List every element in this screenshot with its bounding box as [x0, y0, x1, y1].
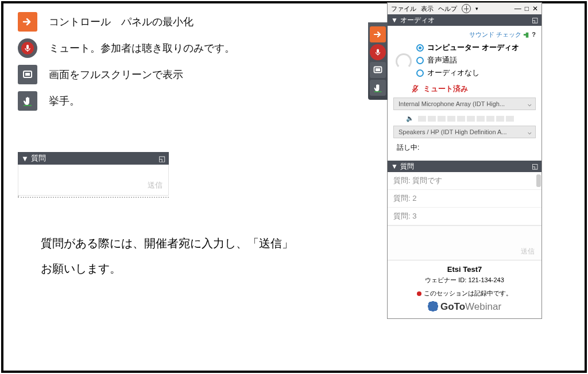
question-panel-sample: ▼ 質問 ◱ 送信: [18, 152, 169, 199]
question-input-area[interactable]: 送信: [18, 165, 169, 196]
send-button[interactable]: 送信: [521, 247, 535, 256]
language-chevron-icon[interactable]: ▾: [475, 6, 478, 11]
muted-label: ミュート済み: [423, 84, 468, 94]
svg-rect-1: [26, 45, 29, 49]
svg-rect-5: [377, 49, 379, 53]
svg-rect-4: [24, 105, 32, 106]
question-panel-title: 質問: [31, 153, 46, 163]
recording-label: このセッションは記録中です。: [424, 290, 512, 297]
mic-device-select[interactable]: Internal Microphone Array (IDT High... ⌵: [393, 98, 536, 110]
chevron-down-icon: ⌵: [528, 100, 532, 108]
question-text: 質問: 質問です: [393, 176, 442, 185]
question-text: 質問: 2: [393, 194, 416, 202]
legend-row-mute: ミュート。参加者は聴き取りのみです。: [18, 38, 351, 58]
speaker-device-label: Speakers / HP (IDT High Definition A...: [399, 128, 507, 135]
brand-text-1: GoTo: [440, 301, 465, 312]
legend-raisehand-label: 挙手。: [49, 94, 80, 108]
speaker-device-select[interactable]: Speakers / HP (IDT High Definition A... …: [393, 126, 536, 138]
collapse-icon: ▼: [391, 16, 398, 24]
speaker-icon: 🔈: [406, 115, 414, 122]
question-row[interactable]: 質問: 質問です: [388, 172, 541, 190]
question-row[interactable]: 質問: 2: [388, 190, 541, 208]
mic-device-label: Internal Microphone Array (IDT High...: [399, 100, 505, 107]
audio-option-phone[interactable]: 音声通話: [416, 55, 536, 65]
scrollbar-thumb[interactable]: [536, 174, 541, 187]
legend-fullscreen-label: 画面をフルスクリーンで表示: [49, 68, 183, 81]
popout-icon[interactable]: ◱: [532, 162, 538, 170]
brand-text-2: Webinar: [465, 301, 501, 312]
fullscreen-icon: [18, 65, 37, 84]
audio-section-title: オーディオ: [400, 15, 435, 25]
mute-icon: [18, 38, 37, 58]
svg-rect-7: [376, 68, 380, 71]
help-icon[interactable]: ?: [532, 31, 536, 38]
collapse-icon: ▼: [391, 162, 398, 170]
muted-status: ミュート済み: [411, 84, 536, 94]
send-button[interactable]: 送信: [148, 180, 163, 190]
muted-mic-icon: [411, 84, 420, 94]
legend-row-minimize: コントロール パネルの最小化: [18, 12, 351, 32]
panel-footer: Etsi Test7 ウェビナー ID: 121-134-243 このセッション…: [388, 260, 541, 318]
minimize-panel-icon: [18, 12, 37, 32]
popout-icon[interactable]: ◱: [532, 16, 538, 24]
instruction-line2: お願いします。: [41, 256, 351, 281]
legend-minimize-label: コントロール パネルの最小化: [49, 15, 194, 29]
sidebar-minimize-button[interactable]: [370, 26, 386, 42]
raise-hand-icon: [18, 91, 37, 111]
resize-grip[interactable]: [18, 196, 169, 199]
question-row[interactable]: 質問: 3: [388, 208, 541, 225]
radio-icon: [416, 57, 424, 64]
window-close-button[interactable]: ✕: [532, 5, 538, 13]
brand-logo: GoToWebinar: [388, 301, 541, 313]
chevron-down-icon: ⌵: [528, 128, 532, 136]
questions-list: 質問: 質問です 質問: 2 質問: 3 送信: [388, 172, 541, 260]
radio-icon: [416, 44, 424, 52]
legend-mute-label: ミュート。参加者は聴き取りのみです。: [49, 41, 235, 55]
record-dot-icon: [417, 291, 421, 296]
signal-bars-icon: ▪▪▮: [523, 31, 528, 38]
legend-row-fullscreen: 画面をフルスクリーンで表示: [18, 65, 351, 84]
talking-now-label: 話し中:: [393, 142, 536, 156]
mic-level-meter: 🔈: [406, 115, 536, 122]
language-icon[interactable]: [462, 4, 471, 13]
popout-icon[interactable]: ◱: [158, 154, 165, 163]
window-minimize-button[interactable]: —: [514, 5, 521, 13]
menu-help[interactable]: ヘルプ: [438, 5, 457, 13]
instruction-line1: 質問がある際には、開催者宛に入力し、「送信」: [41, 231, 351, 256]
webinar-id: ウェビナー ID: 121-134-243: [388, 276, 541, 285]
audio-option-none[interactable]: オーディオなし: [416, 68, 536, 78]
audio-option-computer-label: コンピューター オーディオ: [427, 42, 519, 53]
gotowebinar-flower-icon: [428, 301, 438, 311]
legend-row-raisehand: 挙手。: [18, 91, 351, 111]
sidebar-raisehand-button[interactable]: [370, 80, 386, 96]
headset-icon: [396, 53, 412, 69]
audio-section-body: サウンド チェック ▪▪▮ ? コンピューター オーディオ 音声通話 オーディオ…: [388, 26, 541, 161]
control-sidebar: [368, 22, 388, 100]
question-input[interactable]: 送信: [388, 225, 541, 260]
menu-file[interactable]: ファイル: [391, 5, 416, 13]
radio-icon: [416, 69, 424, 77]
audio-option-none-label: オーディオなし: [427, 68, 479, 78]
questions-section-header[interactable]: ▼ 質問 ◱: [388, 161, 541, 172]
questions-section-title: 質問: [400, 162, 414, 172]
svg-rect-3: [25, 73, 30, 76]
instruction-text: 質問がある際には、開催者宛に入力し、「送信」 お願いします。: [41, 231, 351, 281]
collapse-icon: ▼: [21, 154, 29, 163]
audio-option-phone-label: 音声通話: [427, 55, 457, 65]
legend-area: コントロール パネルの最小化 ミュート。参加者は聴き取りのみです。 画面をフルス…: [18, 12, 351, 281]
sound-check-link[interactable]: サウンド チェック: [469, 31, 521, 38]
webinar-name: Etsi Test7: [388, 265, 541, 274]
audio-section-header[interactable]: ▼ オーディオ ◱: [388, 14, 541, 26]
sidebar-mute-button[interactable]: [370, 44, 386, 60]
window-maximize-button[interactable]: □: [525, 5, 529, 13]
svg-rect-8: [374, 91, 382, 92]
question-panel-header[interactable]: ▼ 質問 ◱: [18, 152, 169, 165]
recording-status: このセッションは記録中です。: [388, 289, 541, 298]
control-panel: ファイル 表示 ヘルプ ▾ — □ ✕ ▼ オーディオ ◱ サウンド チェック …: [387, 2, 542, 319]
question-text: 質問: 3: [393, 212, 416, 220]
sidebar-fullscreen-button[interactable]: [370, 62, 386, 78]
menu-view[interactable]: 表示: [421, 5, 434, 13]
audio-option-computer[interactable]: コンピューター オーディオ: [416, 42, 536, 53]
titlebar: ファイル 表示 ヘルプ ▾ — □ ✕: [388, 3, 541, 14]
